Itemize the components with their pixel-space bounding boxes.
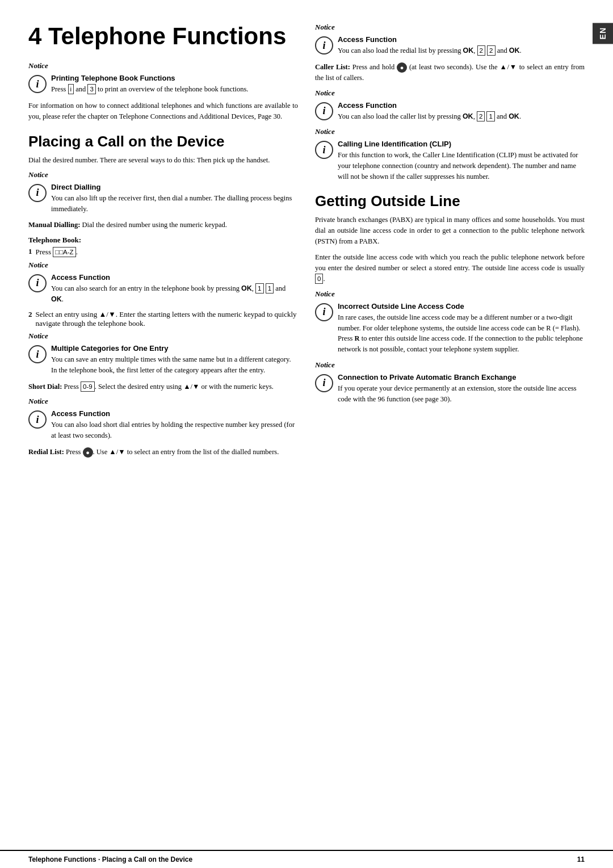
notice-access3: i Access Function You can also load the … <box>315 35 585 56</box>
info-icon-2: i <box>28 184 47 202</box>
notice-printing: i Printing Telephone Book Functions Pres… <box>28 74 298 95</box>
notice-connection-content: Connection to Private Automatic Branch E… <box>338 373 585 405</box>
notice-access4-title: Access Function <box>338 101 585 110</box>
key-0-9: 0-9 <box>81 381 95 392</box>
notice-label-5: Notice <box>28 397 298 406</box>
notice-access2-title: Access Function <box>51 409 298 418</box>
key-3: 3 <box>87 84 95 94</box>
key-az: □□A-Z <box>53 247 75 257</box>
caller-list-text: Caller List: Press and hold ● (at least … <box>315 62 585 84</box>
key-2b: 2 <box>487 45 495 56</box>
notice-label-2: Notice <box>28 170 298 179</box>
notice-clip: i Calling Line Identification (CLIP) For… <box>315 140 585 182</box>
notice-access1-text: You can also search for an entry in the … <box>51 283 298 305</box>
notice-multiple-title: Multiple Categories for One Entry <box>51 344 298 353</box>
section2-para2: Enter the outside line access code with … <box>315 252 585 285</box>
notice-access1: i Access Function You can also search fo… <box>28 273 298 305</box>
step1: 1 Press □□A-Z. <box>28 247 298 257</box>
notice-label-3: Notice <box>28 261 298 270</box>
key-1b: 1 <box>266 283 274 293</box>
footer-right: 11 <box>577 856 585 863</box>
en-tab: EN <box>593 23 613 44</box>
notice-printing-content: Printing Telephone Book Functions Press … <box>51 74 298 95</box>
redial-btn: ● <box>83 447 93 458</box>
section2-title: Getting Outside Line <box>315 192 585 210</box>
notice-multiple-text: You can save an entry multiple times wit… <box>51 354 298 376</box>
key-1a: 1 <box>255 283 263 293</box>
info-icon-7: i <box>315 102 333 120</box>
caller-btn: ● <box>397 62 407 73</box>
notice-label-9: Notice <box>315 290 585 299</box>
notice-clip-content: Calling Line Identification (CLIP) For t… <box>338 140 585 182</box>
step2-num: 2 <box>28 310 32 328</box>
notice-access1-content: Access Function You can also search for … <box>51 273 298 305</box>
section1-intro: Dial the desired number. There are sever… <box>28 155 298 166</box>
notice-direct-content: Direct Dialling You can also lift up the… <box>51 183 298 215</box>
notice-direct-text: You can also lift up the receiver first,… <box>51 193 298 215</box>
notice-access4-content: Access Function You can also load the ca… <box>338 101 585 122</box>
key-2c: 2 <box>477 111 485 121</box>
notice-direct-dialling: i Direct Dialling You can also lift up t… <box>28 183 298 215</box>
notice-access3-title: Access Function <box>338 35 585 44</box>
short-dial-text: Short Dial: Press 0-9. Select the desire… <box>28 381 298 392</box>
notice-clip-title: Calling Line Identification (CLIP) <box>338 140 585 148</box>
info-icon-6: i <box>315 36 333 54</box>
notice-access1-title: Access Function <box>51 273 298 282</box>
page-title: 4 Telephone Functions <box>28 23 298 50</box>
key-0: 0 <box>315 274 323 284</box>
notice-connection-text: If you operate your device permanently a… <box>338 383 585 405</box>
step1-text: Press □□A-Z. <box>36 247 78 257</box>
notice-clip-text: For this function to work, the Caller Li… <box>338 150 585 182</box>
step2-text: Select an entry using ▲/▼. Enter the sta… <box>36 310 299 328</box>
notice-connection: i Connection to Private Automatic Branch… <box>315 373 585 405</box>
notice-connection-title: Connection to Private Automatic Branch E… <box>338 373 585 381</box>
key-2a: 2 <box>477 45 485 56</box>
telephone-book-label: Telephone Book: <box>28 236 298 245</box>
key-i: i <box>68 84 74 94</box>
info-icon-3: i <box>28 274 47 292</box>
notice-access3-content: Access Function You can also load the re… <box>338 35 585 56</box>
step2: 2 Select an entry using ▲/▼. Enter the s… <box>28 310 298 328</box>
footer: Telephone Functions · Placing a Call on … <box>0 850 613 868</box>
notice-access2-text: You can also load short dial entries by … <box>51 420 298 441</box>
left-column: 4 Telephone Functions Notice i Printing … <box>28 23 298 462</box>
footer-left: Telephone Functions · Placing a Call on … <box>28 856 192 863</box>
notice-access2-content: Access Function You can also load short … <box>51 409 298 441</box>
notice-label-4: Notice <box>28 332 298 341</box>
notice-incorrect-title: Incorrect Outside Line Access Code <box>338 302 585 311</box>
section2-para1: Private branch exchanges (PABX) are typi… <box>315 215 585 248</box>
notice-incorrect: i Incorrect Outside Line Access Code In … <box>315 302 585 355</box>
notice-direct-title: Direct Dialling <box>51 183 298 191</box>
notice-access4: i Access Function You can also load the … <box>315 101 585 122</box>
intro-paragraph: For information on how to connect additi… <box>28 100 298 123</box>
manual-dialling-text: Manual Dialling: Dial the desired number… <box>28 220 298 230</box>
info-icon-9: i <box>315 303 333 321</box>
redial-text: Redial List: Press ●. Use ▲/▼ to select … <box>28 447 298 458</box>
notice-incorrect-text: In rare cases, the outside line access c… <box>338 312 585 355</box>
notice-label-6: Notice <box>315 23 585 32</box>
notice-printing-title: Printing Telephone Book Functions <box>51 74 298 82</box>
info-icon-10: i <box>315 374 333 392</box>
info-icon-4: i <box>28 345 47 363</box>
notice-label-10: Notice <box>315 360 585 370</box>
notice-incorrect-content: Incorrect Outside Line Access Code In ra… <box>338 302 585 355</box>
info-icon-8: i <box>315 141 333 159</box>
info-icon-1: i <box>28 75 47 93</box>
info-icon-5: i <box>28 410 47 429</box>
notice-access4-text: You can also load the caller list by pre… <box>338 111 585 122</box>
right-column: EN Notice i Access Function You can also… <box>315 23 585 462</box>
page: 4 Telephone Functions Notice i Printing … <box>0 0 613 868</box>
section1-title: Placing a Call on the Device <box>28 133 298 150</box>
step1-num: 1 <box>28 247 32 257</box>
notice-label-7: Notice <box>315 89 585 98</box>
notice-multiple-content: Multiple Categories for One Entry You ca… <box>51 344 298 376</box>
notice-access3-text: You can also load the redial list by pre… <box>338 45 585 56</box>
key-1c: 1 <box>486 111 494 121</box>
notice-label-1: Notice <box>28 61 298 70</box>
notice-label-8: Notice <box>315 127 585 136</box>
notice-access2: i Access Function You can also load shor… <box>28 409 298 441</box>
notice-multiple: i Multiple Categories for One Entry You … <box>28 344 298 376</box>
notice-printing-text: Press i and 3 to print an overview of th… <box>51 84 298 95</box>
